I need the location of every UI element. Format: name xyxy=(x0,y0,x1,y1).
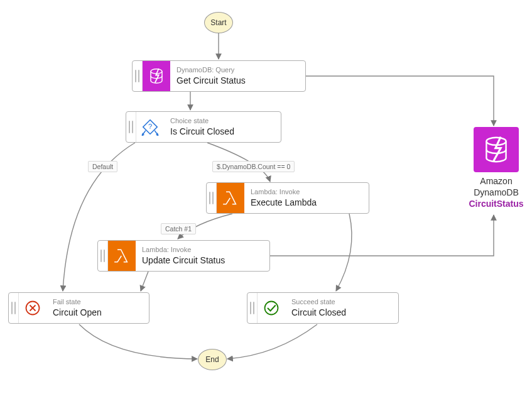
node-title: Circuit Closed xyxy=(291,307,389,318)
resource-line3: CircuitStatus xyxy=(466,198,526,210)
start-terminal[interactable]: Start xyxy=(204,12,233,33)
lambda-icon xyxy=(108,241,136,271)
end-label: End xyxy=(205,355,219,364)
node-subtitle: Lambda: Invoke xyxy=(251,188,360,196)
node-title: Is Circuit Closed xyxy=(170,126,272,137)
node-title: Update Circuit Status xyxy=(142,255,261,266)
node-subtitle: Lambda: Invoke xyxy=(142,246,261,254)
fail-icon xyxy=(19,293,46,323)
drag-handle-icon[interactable] xyxy=(247,293,258,323)
drag-handle-icon[interactable] xyxy=(126,112,136,142)
node-title: Circuit Open xyxy=(53,307,140,318)
svg-point-3 xyxy=(265,302,278,315)
edge-label-condition: $.DynamoDB.Count == 0 xyxy=(212,161,295,172)
node-title: Get Circuit Status xyxy=(176,75,296,86)
choice-icon: ? xyxy=(136,112,164,142)
edge-label-default: Default xyxy=(88,161,117,172)
node-subtitle: Fail state xyxy=(53,298,140,306)
dynamodb-service-icon xyxy=(474,127,519,172)
node-circuit-open[interactable]: Fail state Circuit Open xyxy=(8,292,149,324)
node-is-circuit-closed[interactable]: ? Choice state Is Circuit Closed xyxy=(126,111,281,143)
node-get-circuit-status[interactable]: DynamoDB: Query Get Circuit Status xyxy=(132,60,306,92)
svg-point-4 xyxy=(486,138,506,145)
start-label: Start xyxy=(210,18,226,27)
edge-label-catch: Catch #1 xyxy=(161,223,196,234)
drag-handle-icon[interactable] xyxy=(9,293,19,323)
drag-handle-icon[interactable] xyxy=(133,61,143,91)
node-subtitle: DynamoDB: Query xyxy=(176,66,296,74)
node-subtitle: Succeed state xyxy=(291,298,389,306)
resource-dynamodb[interactable]: Amazon DynamoDB CircuitStatus xyxy=(466,127,526,210)
node-update-circuit-status[interactable]: Lambda: Invoke Update Circuit Status xyxy=(97,240,270,272)
end-terminal[interactable]: End xyxy=(198,349,227,370)
resource-line1: Amazon xyxy=(466,176,526,187)
node-subtitle: Choice state xyxy=(170,117,272,125)
lambda-icon xyxy=(217,183,244,213)
drag-handle-icon[interactable] xyxy=(98,241,108,271)
resource-line2: DynamoDB xyxy=(466,187,526,199)
node-execute-lambda[interactable]: Lambda: Invoke Execute Lambda xyxy=(206,182,369,214)
svg-text:?: ? xyxy=(148,123,152,130)
dynamodb-icon xyxy=(143,61,170,91)
succeed-icon xyxy=(258,293,285,323)
drag-handle-icon[interactable] xyxy=(207,183,217,213)
node-title: Execute Lambda xyxy=(251,197,360,208)
node-circuit-closed[interactable]: Succeed state Circuit Closed xyxy=(247,292,399,324)
